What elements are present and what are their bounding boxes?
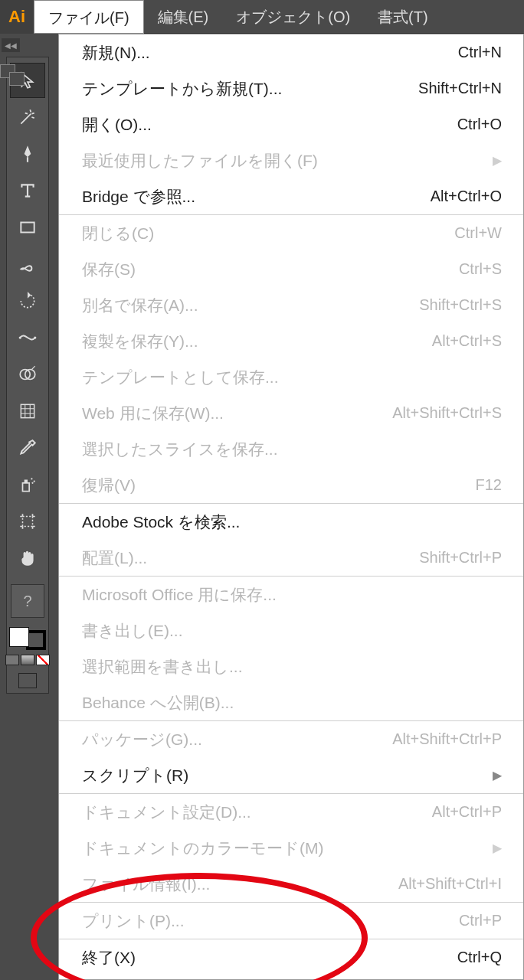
- menu-item-exit[interactable]: 終了(X)Ctrl+Q: [59, 939, 523, 975]
- mesh-tool[interactable]: [11, 394, 44, 428]
- artboard-tool[interactable]: [11, 505, 44, 538]
- svg-point-9: [34, 481, 35, 482]
- menu-item-label: 最近使用したファイルを開く(F): [82, 150, 318, 172]
- menu-item-label: 選択範囲を書き出し...: [82, 656, 243, 678]
- width-icon: [18, 328, 38, 348]
- menu-item-export-selection: 選択範囲を書き出し...: [59, 648, 523, 684]
- menu-object[interactable]: オブジェクト(O): [222, 0, 364, 34]
- paintbrush-tool[interactable]: [11, 247, 44, 281]
- width-tool[interactable]: [11, 321, 44, 354]
- wand-icon: [18, 107, 38, 127]
- file-menu-dropdown: 新規(N)...Ctrl+Nテンプレートから新規(T)...Shift+Ctrl…: [58, 34, 524, 980]
- svg-rect-6: [23, 483, 30, 492]
- menu-item-shortcut: Alt+Ctrl+O: [431, 188, 502, 205]
- menu-item-label: プリント(P)...: [82, 910, 185, 932]
- menu-item-label: 別名で保存(A)...: [82, 295, 198, 316]
- svg-rect-7: [25, 480, 28, 483]
- menu-item-label: Behance へ公開(B)...: [82, 692, 234, 714]
- menu-item-label: 選択したスライスを保存...: [82, 439, 278, 460]
- menu-item-share-behance: Behance へ公開(B)...: [59, 684, 523, 720]
- menu-item-revert: 復帰(V)F12: [59, 467, 523, 503]
- help-label: ?: [23, 593, 31, 610]
- menu-item-search-adobe-stock[interactable]: Adobe Stock を検索...: [59, 504, 523, 540]
- menu-item-label: 配置(L)...: [82, 547, 147, 569]
- menu-item-shortcut: Alt+Shift+Ctrl+I: [398, 875, 502, 893]
- eyedropper-icon: [18, 438, 38, 458]
- menu-item-label: 書き出し(E)...: [82, 620, 183, 642]
- menu-item-shortcut: Alt+Ctrl+S: [432, 332, 502, 350]
- svg-point-8: [31, 478, 32, 479]
- svg-rect-5: [21, 404, 34, 417]
- menu-item-browse-bridge[interactable]: Bridge で参照...Alt+Ctrl+O: [59, 178, 523, 214]
- menu-item-label: 開く(O)...: [82, 114, 152, 136]
- menu-item-save-selected-slices: 選択したスライスを保存...: [59, 431, 523, 467]
- brush-icon: [18, 254, 38, 274]
- menu-item-open-recent: 最近使用したファイルを開く(F)▶: [59, 142, 523, 178]
- menu-item-label: ドキュメントのカラーモード(M): [82, 838, 323, 859]
- menu-item-shortcut: Ctrl+Q: [457, 949, 502, 966]
- screen-mode-button[interactable]: [18, 673, 37, 688]
- app-logo: Ai: [0, 0, 34, 34]
- menu-item-open[interactable]: 開く(O)...Ctrl+O: [59, 106, 523, 142]
- hand-tool[interactable]: [11, 541, 44, 575]
- toolbox: ?: [6, 57, 49, 694]
- help-button[interactable]: ?: [11, 584, 44, 618]
- hand-icon: [18, 548, 38, 568]
- svg-point-2: [34, 336, 36, 338]
- menu-item-save-copy: 複製を保存(Y)...Alt+Ctrl+S: [59, 323, 523, 359]
- rectangle-tool[interactable]: [11, 211, 44, 244]
- menu-edit[interactable]: 編集(E): [144, 0, 223, 34]
- color-mode-gradient[interactable]: [21, 655, 34, 665]
- magic-wand-tool[interactable]: [11, 100, 44, 134]
- shape-builder-tool[interactable]: [11, 358, 44, 391]
- collapse-panel-button[interactable]: ◀◀: [2, 38, 20, 52]
- menu-item-new-from-template[interactable]: テンプレートから新規(T)...Shift+Ctrl+N: [59, 70, 523, 106]
- eyedropper-tool[interactable]: [11, 431, 44, 465]
- mesh-icon: [18, 401, 38, 421]
- menu-item-label: ドキュメント設定(D)...: [82, 802, 251, 823]
- menu-item-scripts[interactable]: スクリプト(R)▶: [59, 757, 523, 793]
- symbol-sprayer-tool[interactable]: [11, 468, 44, 501]
- type-icon: [18, 181, 38, 201]
- menu-item-shortcut: Shift+Ctrl+S: [419, 296, 502, 314]
- menu-file[interactable]: ファイル(F): [34, 0, 144, 34]
- rotate-icon: [18, 291, 38, 311]
- menu-item-label: 複製を保存(Y)...: [82, 331, 198, 352]
- type-tool[interactable]: [11, 174, 44, 207]
- app-logo-text: Ai: [8, 7, 25, 27]
- menu-item-save-for-web: Web 用に保存(W)...Alt+Shift+Ctrl+S: [59, 395, 523, 431]
- menu-item-shortcut: Alt+Ctrl+P: [432, 803, 502, 821]
- menu-item-shortcut: Ctrl+P: [459, 912, 502, 929]
- menu-item-label: Web 用に保存(W)...: [82, 403, 224, 424]
- menu-item-label: Microsoft Office 用に保存...: [82, 584, 277, 606]
- menu-item-file-info: ファイル情報(I)...Alt+Shift+Ctrl+I: [59, 866, 523, 902]
- color-mode-solid[interactable]: [5, 655, 19, 665]
- rotate-tool[interactable]: [11, 284, 44, 318]
- svg-rect-11: [23, 517, 33, 527]
- menu-item-shortcut: Shift+Ctrl+P: [419, 549, 502, 567]
- window-arrange-icon[interactable]: [0, 64, 25, 86]
- menu-item-label: ファイル情報(I)...: [82, 874, 210, 895]
- fill-swatch[interactable]: [9, 627, 29, 647]
- color-mode-none[interactable]: [36, 655, 50, 665]
- menu-item-label: 閉じる(C): [82, 223, 154, 244]
- menu-type[interactable]: 書式(T): [364, 0, 442, 34]
- chevron-right-icon: ▶: [493, 841, 502, 855]
- menu-item-shortcut: Ctrl+S: [459, 260, 502, 278]
- menu-item-shortcut: Alt+Shift+Ctrl+P: [392, 730, 502, 748]
- pen-icon: [18, 144, 38, 164]
- menu-item-package: パッケージ(G)...Alt+Shift+Ctrl+P: [59, 721, 523, 757]
- menu-item-label: テンプレートとして保存...: [82, 367, 279, 388]
- artboard-icon: [18, 511, 38, 531]
- menu-item-shortcut: Shift+Ctrl+N: [418, 80, 502, 97]
- menu-item-shortcut: Alt+Shift+Ctrl+S: [392, 404, 502, 422]
- rectangle-icon: [18, 217, 38, 237]
- menu-item-label: 新規(N)...: [82, 42, 150, 64]
- svg-point-10: [31, 482, 33, 484]
- left-panel: ◀◀: [0, 34, 58, 980]
- svg-rect-0: [21, 223, 34, 233]
- pen-tool[interactable]: [11, 137, 44, 171]
- menu-item-label: Adobe Stock を検索...: [82, 511, 240, 533]
- menu-item-new[interactable]: 新規(N)...Ctrl+N: [59, 34, 523, 70]
- svg-point-1: [19, 336, 21, 338]
